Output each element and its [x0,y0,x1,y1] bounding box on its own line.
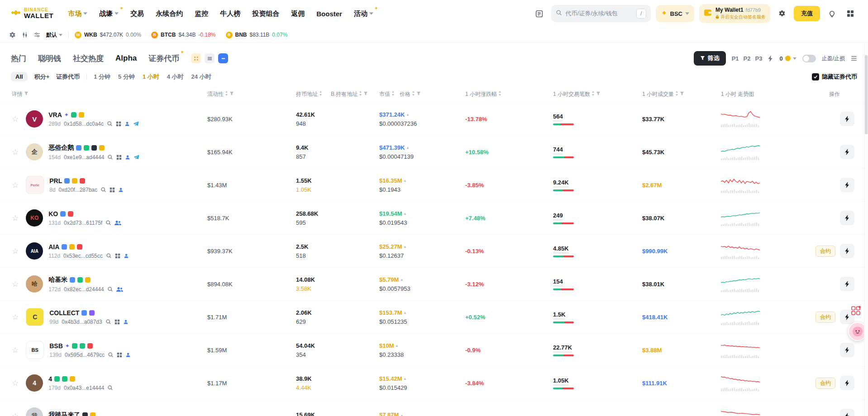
favorite-star-icon[interactable]: ☆ [12,247,19,255]
search-icon[interactable] [105,220,111,226]
nav-item-market[interactable]: 市场 [68,9,87,18]
more-menu-icon[interactable] [851,55,857,61]
trend-sparkline[interactable] [717,109,801,129]
token-address[interactable]: 0x53ec...cd55cc [63,253,103,259]
token-row[interactable]: ☆BSBSB✦139d0x595d...4679cc$1.59M54.04K35… [0,333,868,366]
token-name[interactable]: 我踏马来了 [48,411,80,416]
token-row[interactable]: ☆AIAAIA112d0x53ec...cd55cc$939.37K2.5K51… [0,234,868,267]
ticker-preset-dropdown[interactable]: 默认 [46,31,62,39]
ticker-item-BTCB[interactable]: BBTCB$4.34B-0.18% [151,32,215,38]
token-name[interactable]: KO [48,210,58,217]
search-icon[interactable] [108,352,114,358]
trend-sparkline[interactable] [717,274,801,294]
market-cap-value[interactable]: $471.39K [379,144,405,151]
token-row[interactable]: ☆企恶俗企鹅154d0xe1e9...ad4444$165.94K9.4K857… [0,135,868,168]
sort-icon[interactable] [412,91,415,97]
header-holders[interactable]: 持币地址 B.持有地址 [290,90,376,98]
header-mcap-price[interactable]: 市值 价格 [376,90,462,98]
token-address[interactable]: 0xe1e9...ad4444 [64,154,104,161]
token-name[interactable]: VRA [48,111,62,118]
scrollbar-thumb[interactable] [865,55,868,134]
candlestick-chart-icon[interactable] [22,32,28,38]
token-name[interactable]: 恶俗企鹅 [48,144,74,152]
token-row[interactable]: ☆44179d0x0a43...e14444$1.17M38.9K4.44K$1… [0,366,868,399]
tab-securities[interactable]: 证券代币✦ [148,53,179,64]
deposit-button[interactable]: 充值 [794,6,820,21]
quick-trade-button[interactable] [840,112,854,126]
tab-social[interactable]: 社交热度 [73,53,104,64]
trend-sparkline[interactable] [717,373,801,393]
favorite-star-icon[interactable]: ☆ [12,346,19,354]
preset-button-p3[interactable]: P3 [755,55,763,62]
theme-bulb-icon[interactable] [825,7,839,20]
persons-icon[interactable] [114,220,121,226]
token-row[interactable]: ☆哈哈基米172d0x82ec...d24444$894.08K14.08K3.… [0,267,868,300]
token-row[interactable]: ☆KOKO131d0x2d73...61175f$518.7K258.68K59… [0,201,868,234]
quick-trade-button[interactable] [840,178,854,192]
nav-item-trenches[interactable]: 战壕✦ [99,9,119,18]
funnel-icon[interactable] [416,91,421,97]
grid-icon[interactable] [116,121,121,127]
search-icon[interactable] [107,286,113,292]
market-cap-value[interactable]: $15.42M [379,375,402,382]
nav-item-referral[interactable]: 返佣 [291,9,305,18]
apps-grid-icon[interactable] [844,7,857,20]
favorite-star-icon[interactable]: ☆ [12,115,19,123]
search-icon[interactable] [106,253,112,259]
sort-icon[interactable] [498,91,501,97]
search-icon[interactable] [105,319,111,325]
token-address[interactable]: 0x82ec...d24444 [64,286,104,293]
token-address[interactable]: 0x0a43...e14444 [64,385,104,391]
search-icon[interactable] [107,385,113,391]
network-selector[interactable]: BSC [656,5,694,22]
nav-item-portfolio[interactable]: 投资组合 [252,9,279,18]
ticker-settings-gear-icon[interactable] [9,32,16,38]
market-cap-value[interactable]: $7.87M [379,411,399,416]
tab-alpha[interactable]: Alpha [115,54,137,63]
token-name[interactable]: 4 [48,375,52,383]
report-note-icon[interactable] [533,7,546,20]
market-cap-value[interactable]: $5.79M [379,276,399,283]
scope-filter-1[interactable]: 积分+ [34,73,50,81]
token-name[interactable]: BSB [49,342,63,350]
token-row[interactable]: ☆我我踏马来了15.69K$7.87M▴ [0,399,868,416]
contract-badge[interactable]: 合约 [816,246,835,257]
timeframe-filter-4[interactable]: 24 小时 [191,73,211,81]
timeframe-filter-2[interactable]: 1 小时 [143,73,159,81]
grid-icon[interactable] [117,352,122,358]
contract-badge[interactable]: 合约 [816,312,835,323]
sort-icon[interactable] [319,91,322,97]
list-view-button[interactable] [205,53,215,63]
quick-trade-button[interactable] [840,244,854,258]
favorite-star-icon[interactable]: ☆ [12,280,19,288]
person-icon[interactable] [124,121,130,127]
token-address[interactable]: 0x2d73...61175f [64,220,102,226]
market-cap-value[interactable]: $19.54M [379,210,402,217]
binance-wallet-logo[interactable]: BINANCE WALLET [11,8,53,19]
quick-trade-button[interactable] [840,277,854,291]
market-cap-value[interactable]: $153.7M [379,309,402,316]
filter-sliders-icon[interactable] [34,32,40,38]
funnel-icon[interactable] [596,91,601,97]
person-icon[interactable] [125,352,131,358]
nav-item-campaigns[interactable]: 活动✦ [354,9,373,18]
grid-icon[interactable] [115,253,120,259]
scope-filter-2[interactable]: 证券代币 [56,73,80,81]
header-liquidity[interactable]: 流动性 [199,90,290,98]
grid-icon[interactable] [114,319,120,325]
nav-item-trade[interactable]: 交易 [130,9,144,18]
nav-item-monitor[interactable]: 监控 [195,9,208,18]
quick-trade-button[interactable] [840,211,854,225]
header-trades-1h[interactable]: 1 小时交易笔数 [548,90,636,98]
header-change-1h[interactable]: 1 小时涨跌幅 [462,90,548,98]
trend-sparkline[interactable] [717,406,801,416]
person-icon[interactable] [125,155,130,160]
timeframe-filter-1[interactable]: 5 分钟 [118,73,135,81]
lightning-icon[interactable] [768,55,773,62]
grid-icon[interactable] [110,187,115,193]
timeframe-filter-3[interactable]: 4 小时 [167,73,184,81]
trend-sparkline[interactable] [717,175,801,195]
global-search-input[interactable]: 代币/证券/永续/钱包 / [551,5,651,22]
market-cap-value[interactable]: $25.27M [379,243,402,250]
favorite-star-icon[interactable]: ☆ [12,181,19,189]
